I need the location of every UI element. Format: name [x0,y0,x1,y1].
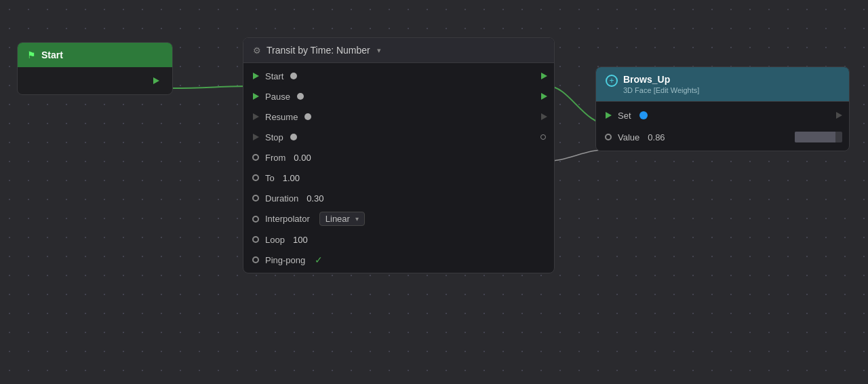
value-bar [795,132,842,142]
brows-title: Brows_Up [623,74,699,85]
transit-row-interpolator: Interpolator Linear ▾ [243,208,554,229]
to-label: To [265,173,275,183]
from-value[interactable]: 0.00 [294,153,311,163]
transit-title: Transit by Time: Number [267,45,370,56]
start-label: Start [265,71,283,81]
pingpong-port [252,256,259,263]
start-node: ⚑ Start [17,42,173,95]
transit-row-resume: Resume [243,107,554,127]
brows-header: + Brows_Up 3D Face [Edit Weights] [596,67,849,102]
pause-exec-port-in[interactable] [253,93,259,100]
interpolator-value: Linear [326,214,350,224]
transit-row-pause: Pause [243,86,554,107]
pause-label: Pause [265,92,290,102]
value-port-in [605,134,612,140]
transit-row-loop: Loop 100 [243,229,554,250]
interpolator-port [252,216,259,223]
start-node-body [18,67,172,94]
value-bar-container [795,132,842,142]
from-port [252,154,259,161]
transit-row-to: To 1.00 [243,168,554,188]
stop-label: Stop [265,132,283,142]
brows-row-value: Value 0.86 [596,126,849,148]
brows-row-set: Set [596,104,849,126]
from-label: From [265,153,285,163]
transit-row-stop: Stop [243,127,554,147]
value-display[interactable]: 0.86 [648,132,665,142]
brows-title-group: Brows_Up 3D Face [Edit Weights] [623,74,699,94]
duration-value[interactable]: 0.30 [307,193,323,204]
brows-node: + Brows_Up 3D Face [Edit Weights] Set Va… [595,66,850,151]
duration-port [252,195,259,201]
resume-exec-port-out[interactable] [541,113,547,120]
transit-row-start: Start [243,66,554,86]
stop-dot [290,134,297,140]
brows-body: Set Value 0.86 [596,102,849,151]
start-play-button[interactable] [149,74,163,88]
interpolator-dropdown[interactable]: Linear ▾ [319,212,365,226]
set-exec-port-in[interactable] [606,112,612,119]
resume-exec-port-in[interactable] [253,113,259,120]
loop-label: Loop [265,235,285,245]
flag-icon: ⚑ [27,50,36,60]
pause-exec-port-out[interactable] [541,93,547,100]
value-bar-fill [795,132,835,142]
start-dot [290,73,297,79]
pause-dot [297,93,304,100]
transit-row-duration: Duration 0.30 [243,188,554,208]
loop-port [252,236,259,243]
value-label: Value [618,132,639,142]
start-node-title: Start [41,50,63,60]
to-port [252,174,259,181]
set-dot-blue [639,111,648,119]
resume-label: Resume [265,112,298,122]
set-label: Set [618,111,631,121]
chevron-down-icon[interactable]: ▾ [377,46,381,55]
interpolator-chevron-icon: ▾ [355,215,359,223]
interpolator-label: Interpolator [265,214,310,224]
start-exec-port-in[interactable] [253,73,259,79]
gear-icon: ⚙ [253,45,261,56]
set-exec-port-out[interactable] [836,112,842,119]
start-exec-port-out[interactable] [541,73,547,79]
transit-node: ⚙ Transit by Time: Number ▾ Start Pause [243,37,555,273]
stop-value-port-out [540,134,546,140]
brows-subtitle: 3D Face [Edit Weights] [623,86,699,94]
resume-dot [304,113,311,120]
transit-body: Start Pause Resume [243,63,554,273]
start-node-header: ⚑ Start [18,43,172,67]
loop-value[interactable]: 100 [293,235,308,245]
transit-header: ⚙ Transit by Time: Number ▾ [243,38,554,63]
plus-circle-icon: + [606,75,618,87]
stop-exec-port-in[interactable] [253,134,259,140]
pingpong-label: Ping-pong [265,255,305,265]
duration-label: Duration [265,193,298,204]
pingpong-checkmark[interactable]: ✓ [315,254,323,265]
transit-row-from: From 0.00 [243,147,554,168]
transit-row-pingpong: Ping-pong ✓ [243,250,554,270]
to-value[interactable]: 1.00 [283,173,300,183]
